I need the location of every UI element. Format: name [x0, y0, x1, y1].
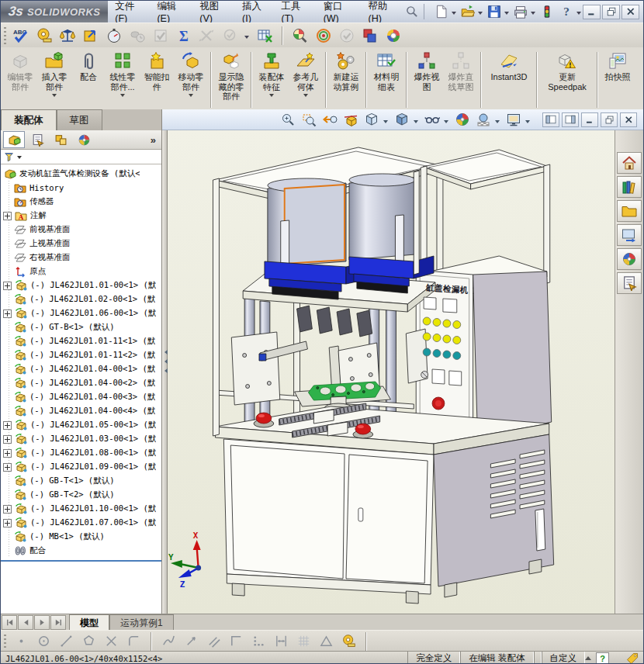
performance-timer-icon[interactable]: [105, 27, 123, 45]
measure-icon[interactable]: [341, 633, 357, 649]
custom-properties-icon[interactable]: [617, 272, 642, 294]
cm-reference-geometry[interactable]: 参考几何体: [289, 49, 323, 111]
first-study-button[interactable]: [2, 615, 17, 630]
expand-toggle[interactable]: [3, 449, 12, 458]
search-icon[interactable]: [404, 3, 421, 20]
menu-tools[interactable]: 工具(T): [275, 1, 317, 22]
tree-item-component[interactable]: (-) JL462JL01.02-00<1> (默: [1, 292, 161, 306]
expand-toggle[interactable]: [3, 310, 12, 318]
cm-move-component[interactable]: 移动零部件: [174, 49, 208, 111]
dropdown-arrow-icon[interactable]: [269, 94, 274, 99]
tree-filter-row[interactable]: [1, 150, 161, 164]
cm-bill-of-materials[interactable]: 材料明细表: [369, 49, 403, 111]
cm-smart-fasteners[interactable]: 智能扣件: [140, 49, 174, 111]
cm-mate[interactable]: 配合: [71, 49, 106, 111]
design-library-icon[interactable]: [617, 176, 642, 198]
cm-update-speedpak[interactable]: 更新Speedpak: [540, 49, 594, 111]
expand-toggle[interactable]: [3, 463, 12, 472]
toolbar-grip[interactable]: [4, 27, 6, 44]
graphics-area[interactable]: 缸盖检漏机 X Y Z: [168, 130, 615, 614]
expand-toggle[interactable]: [3, 421, 12, 430]
expand-toggle[interactable]: [3, 435, 12, 444]
cm-take-snapshot[interactable]: 拍快照: [601, 49, 635, 111]
open-dropdown[interactable]: [478, 12, 483, 17]
dropdown-arrow-icon[interactable]: [120, 94, 125, 99]
tree-item-component[interactable]: (-) JL462JL01.06-00<1> (默: [1, 306, 161, 320]
tree-item-component[interactable]: (-) JL462JL01.04-00<1> (默: [1, 362, 161, 376]
dropdown-arrow-icon[interactable]: [383, 120, 388, 126]
filter-dropdown-icon[interactable]: [17, 156, 22, 161]
edit-appearance-icon[interactable]: [453, 111, 471, 128]
view-palette-icon[interactable]: [617, 224, 642, 246]
solidworks-resources-icon[interactable]: [617, 152, 642, 174]
tree-item-mates[interactable]: 配合: [1, 544, 161, 558]
expand-toggle[interactable]: [3, 505, 12, 514]
status-units[interactable]: 自定义: [542, 652, 586, 664]
menu-file[interactable]: 文件(F): [108, 1, 150, 22]
save-dropdown[interactable]: [504, 12, 509, 17]
featuremanager-tree-icon[interactable]: [3, 131, 25, 148]
tree-item-component[interactable]: (-) MB<1> (默认): [1, 530, 161, 544]
dropdown-arrow-icon[interactable]: [303, 94, 308, 99]
menu-help[interactable]: 帮助(H): [361, 1, 403, 22]
compare-documents-icon[interactable]: [361, 27, 379, 45]
new-dropdown[interactable]: [452, 12, 456, 17]
tree-item-component[interactable]: (-) JL462JL01.01-11<2> (默: [1, 348, 161, 362]
tree-item-sensors[interactable]: 传感器: [1, 195, 161, 209]
simulation-advisor-icon[interactable]: [291, 27, 309, 45]
cm-instant3d[interactable]: Instant3D: [484, 49, 534, 111]
dropdown-arrow-icon[interactable]: [189, 94, 193, 99]
tree-item-component[interactable]: (-) JL462JL01.08-00<1> (默: [1, 446, 161, 460]
filter-funnel-icon[interactable]: [4, 151, 15, 162]
tags-icon[interactable]: [626, 652, 639, 664]
cm-new-motion-study[interactable]: 新建运动算例: [329, 49, 363, 111]
propertymanager-icon[interactable]: [26, 131, 48, 148]
previous-study-button[interactable]: [18, 615, 33, 630]
zoom-to-fit-icon[interactable]: [279, 111, 296, 128]
tab-motion-study-1[interactable]: 运动算例1: [109, 614, 174, 631]
menu-view[interactable]: 视图(V): [192, 1, 235, 22]
simulation-rings-icon[interactable]: [314, 27, 332, 45]
cm-show-hidden-components[interactable]: 显示隐藏的零部件: [214, 49, 248, 111]
section-view-icon[interactable]: [341, 111, 359, 128]
spell-check-icon[interactable]: [12, 27, 29, 45]
performance-lights-icon[interactable]: [538, 3, 556, 20]
collapse-right-pane-icon[interactable]: [562, 112, 579, 127]
tree-item-origin[interactable]: 原点: [1, 265, 161, 278]
tree-item-component[interactable]: (-) JL462JL01.01-11<1> (默: [1, 334, 161, 348]
menu-edit[interactable]: 编辑(E): [150, 1, 192, 22]
minimize-document-icon[interactable]: [581, 112, 598, 127]
dropdown-arrow-icon[interactable]: [525, 120, 530, 126]
tree-item-component[interactable]: (-) JL462JL01.01-00<1> (默: [1, 278, 161, 292]
tree-item-right-plane[interactable]: 右视基准面: [1, 251, 161, 265]
print-dropdown[interactable]: [531, 12, 535, 17]
tree-item-history[interactable]: History: [1, 181, 161, 195]
tree-item-component[interactable]: (-) JL462JL01.04-00<3> (默: [1, 390, 161, 404]
print-icon[interactable]: [511, 3, 530, 20]
help-icon[interactable]: [557, 3, 576, 20]
tree-item-component[interactable]: (-) GB-T<1> (默认): [1, 474, 161, 488]
measure-icon[interactable]: [35, 27, 53, 45]
panel-splitter[interactable]: [162, 130, 168, 614]
tree-item-component[interactable]: (-) JL462JL01.10-00<1> (默: [1, 502, 161, 516]
cm-exploded-view[interactable]: 爆炸视图: [410, 49, 444, 111]
expand-toggle[interactable]: [3, 282, 12, 290]
export-box-icon[interactable]: [81, 27, 99, 45]
appearances-scenes-icon[interactable]: [617, 248, 642, 270]
view-settings-icon[interactable]: [504, 111, 522, 128]
hide-show-items-icon[interactable]: [423, 111, 441, 128]
expand-toggle[interactable]: [3, 212, 12, 220]
tree-item-component[interactable]: (-) JL462JL01.04-00<2> (默: [1, 376, 161, 390]
quick-tips-icon[interactable]: ?: [596, 652, 609, 664]
close-document-icon[interactable]: [620, 112, 637, 127]
save-icon[interactable]: [485, 3, 504, 20]
tree-item-component[interactable]: (-) JL462JL01.05-00<1> (默: [1, 418, 161, 432]
display-style-icon[interactable]: [393, 111, 410, 128]
cm-linear-component-pattern[interactable]: 线性零部件...: [106, 49, 140, 111]
minimize-button[interactable]: [583, 5, 601, 19]
tree-item-component[interactable]: (-) JL462JL01.09-00<1> (默: [1, 460, 161, 474]
last-study-button[interactable]: [50, 615, 66, 630]
equations-icon[interactable]: [175, 27, 192, 45]
restore-button[interactable]: [602, 5, 620, 19]
tree-item-component[interactable]: (-) GT-B<1> (默认): [1, 320, 161, 334]
